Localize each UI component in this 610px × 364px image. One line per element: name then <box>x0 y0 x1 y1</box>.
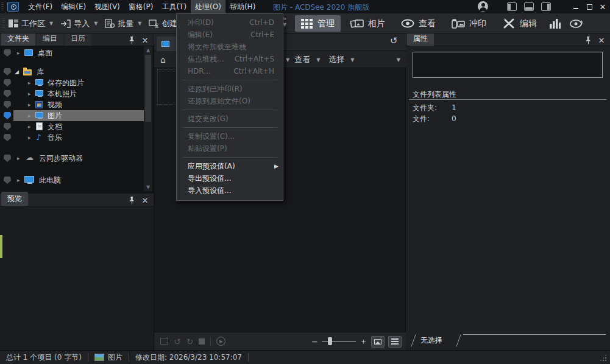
scroll-down-icon[interactable]: ▼ <box>144 184 152 190</box>
menu-item-hdr[interactable]: HDR...Ctrl+Alt+H <box>177 65 283 77</box>
tree-item-desktop[interactable]: ▸ 桌面 <box>0 47 144 58</box>
close-icon[interactable]: ✕ <box>140 195 150 205</box>
select-indicator-icon[interactable] <box>4 134 11 141</box>
mode-photos-button[interactable]: 相片 <box>344 15 391 32</box>
tree-item-cloud-sync-drive[interactable]: ▸ ☁ 云同步驱动器 <box>0 153 144 164</box>
zoom-slider-handle[interactable] <box>328 337 332 345</box>
select-indicator-icon[interactable] <box>4 112 11 119</box>
select-indicator-icon[interactable] <box>4 79 11 86</box>
select-indicator-icon[interactable] <box>4 155 11 162</box>
select-indicator-icon[interactable] <box>4 101 11 108</box>
menu-item-restore-to-developed[interactable]: 还原到已冲印(R) <box>177 83 283 95</box>
tab-folders[interactable]: 文件夹 <box>1 32 35 46</box>
tree-item-saved-pictures[interactable]: ▸ 保存的图片 <box>0 77 144 88</box>
menu-process[interactable]: 处理(O) <box>191 0 225 14</box>
tree-scrollbar[interactable]: ▲ ▼ <box>144 46 152 191</box>
import-button[interactable]: 导入▼ <box>57 16 101 32</box>
maximize-button[interactable] <box>584 2 594 12</box>
view-dropdown[interactable]: 查看 <box>294 54 310 65</box>
batch-button[interactable]: 批量▼ <box>101 16 145 32</box>
account-icon[interactable] <box>478 1 488 12</box>
expand-arrow-icon[interactable]: ▸ <box>17 175 20 186</box>
sort-dropdown-caret[interactable]: ▼ <box>286 57 289 63</box>
tab-properties[interactable]: 属性 <box>407 32 434 46</box>
home-icon[interactable]: ⌂ <box>160 55 166 65</box>
menu-item-paste-settings[interactable]: 粘贴设置(P) <box>177 142 283 155</box>
mode-view-button[interactable]: 查看 <box>395 15 442 32</box>
workspace-button[interactable]: 工作区▼ <box>5 16 57 32</box>
expand-arrow-icon[interactable]: ▸ <box>17 47 20 58</box>
expand-arrow-icon[interactable]: ▸ <box>28 88 31 99</box>
refresh-icon[interactable]: ↻ <box>390 35 398 46</box>
toggle-right-pane-icon[interactable] <box>541 2 551 11</box>
expand-arrow-icon[interactable]: ▸ <box>28 132 31 143</box>
resize-grip[interactable] <box>600 354 607 362</box>
dashboard-button[interactable] <box>547 15 564 32</box>
menu-edit[interactable]: 编辑(E) <box>57 0 90 14</box>
undo-icon[interactable]: ↺ <box>174 337 181 346</box>
export-image-icon[interactable] <box>160 338 168 345</box>
menu-item-apply-preset[interactable]: 应用预设值(A)▶ <box>177 160 283 172</box>
select-dropdown-caret[interactable]: ▼ <box>350 57 354 63</box>
expand-arrow-icon[interactable]: ▸ <box>28 77 31 88</box>
menu-item-commit-changes[interactable]: 提交更改(G) <box>177 113 283 125</box>
zoom-in-icon[interactable]: ＋ <box>360 336 367 347</box>
tree-item-library[interactable]: ◢ 库 <box>0 66 144 77</box>
close-button[interactable]: ✕ <box>598 2 608 12</box>
select-indicator-icon[interactable] <box>4 90 11 97</box>
menu-item-copy-settings[interactable]: 复制设置(C)... <box>177 130 283 142</box>
menu-item-import-preset[interactable]: 导入预设值... <box>177 184 283 197</box>
tree-item-this-pc[interactable]: ▸ 此电脑 <box>0 175 144 186</box>
tree-item-documents[interactable]: ▸ 文档 <box>0 121 144 132</box>
view-dropdown-caret[interactable]: ▼ <box>316 57 320 63</box>
app-icon[interactable] <box>7 2 19 12</box>
menu-view[interactable]: 视图(V) <box>90 0 124 14</box>
details-view-button[interactable] <box>388 336 402 348</box>
menu-help[interactable]: 帮助(H) <box>225 0 260 14</box>
menu-item-restore-to-original[interactable]: 还原到原始文件(O) <box>177 95 283 107</box>
menu-tools[interactable]: 工具(T) <box>157 0 191 14</box>
mode-manage-button[interactable]: 管理 <box>295 15 341 32</box>
expand-arrow-icon[interactable]: ▸ <box>28 99 31 110</box>
slideshow-play-icon[interactable]: ▶ <box>216 337 225 346</box>
pin-icon[interactable] <box>127 195 137 205</box>
pin-icon[interactable] <box>583 35 593 45</box>
scroll-up-icon[interactable]: ▲ <box>144 47 152 53</box>
expand-arrow-icon[interactable]: ▸ <box>28 121 31 132</box>
menu-item-export-preset[interactable]: 导出预设值... <box>177 172 283 184</box>
mode-edit-button[interactable]: 编辑 <box>496 15 543 32</box>
tab-calendar[interactable]: 日历 <box>65 32 91 46</box>
scrollbar-thumb[interactable] <box>145 55 151 122</box>
menu-item-develop[interactable]: 冲印(D)Ctrl+D <box>177 16 283 29</box>
expand-arrow-icon[interactable]: ▸ <box>17 153 20 164</box>
tab-preview[interactable]: 预览 <box>1 192 28 206</box>
tree-item-local-photos[interactable]: ▸ 本机照片 <box>0 88 144 99</box>
tree-item-videos[interactable]: ▸ 视频 <box>0 99 144 110</box>
select-indicator-icon[interactable] <box>4 49 11 57</box>
close-icon[interactable]: ✕ <box>597 35 606 45</box>
mode-develop-button[interactable]: 冲印 <box>445 15 492 32</box>
menu-panes[interactable]: 窗格(P) <box>124 0 158 14</box>
stop-icon[interactable] <box>199 338 205 345</box>
menu-item-focus-stack[interactable]: 焦点堆栈...Ctrl+Alt+S <box>177 53 283 65</box>
menu-file[interactable]: 文件(F) <box>24 0 57 14</box>
close-icon[interactable]: ✕ <box>140 35 150 45</box>
menu-item-load-files-to-stack[interactable]: 将文件加载至堆栈 <box>177 41 283 53</box>
select-indicator-icon[interactable] <box>4 123 11 130</box>
pin-icon[interactable] <box>127 35 137 45</box>
tab-catalog[interactable]: 编目 <box>37 32 63 46</box>
more-dropdown-caret[interactable]: ▼ <box>397 57 400 63</box>
minimize-button[interactable] <box>571 2 581 12</box>
select-dropdown[interactable]: 选择 <box>328 54 344 65</box>
toggle-left-pane-icon[interactable] <box>507 2 517 11</box>
expand-arrow-icon[interactable]: ▸ <box>28 110 31 121</box>
select-indicator-icon[interactable] <box>4 68 11 75</box>
acdsee-365-button[interactable] <box>567 15 584 32</box>
menu-item-edit[interactable]: 编辑(E)Ctrl+E <box>177 29 283 41</box>
tree-item-music[interactable]: ▸ ♪ 音乐 <box>0 132 144 143</box>
tree-item-pictures[interactable]: ▸ 图片 <box>0 110 144 121</box>
zoom-out-icon[interactable]: − <box>311 337 318 346</box>
toggle-bottom-pane-icon[interactable] <box>524 2 534 11</box>
thumbnail-view-button[interactable] <box>371 336 385 348</box>
redo-icon[interactable]: ↻ <box>186 337 194 346</box>
